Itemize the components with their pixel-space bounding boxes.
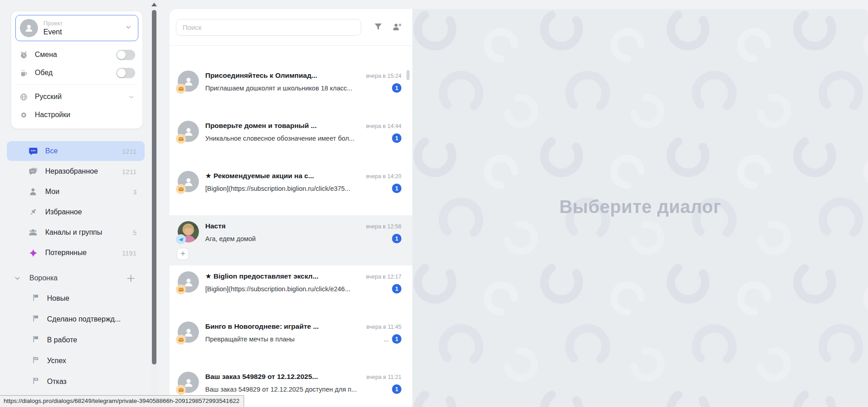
shift-row: Смена	[15, 46, 138, 64]
lunch-toggle[interactable]	[116, 68, 135, 78]
chat-list-item[interactable]: Проверьте домен и товарный ... вчера в 1…	[170, 115, 412, 165]
sidebar-nav: Все 1211 Неразобранное 1211 Мои 3 Избран…	[0, 141, 151, 392]
email-envelope-icon	[176, 284, 186, 294]
chat-title: Настя	[205, 222, 362, 230]
chat-title: Присоединяйтесь к Олимпиад...	[205, 71, 362, 80]
unread-badge: 1	[392, 284, 401, 293]
lunch-label: Обед	[35, 69, 52, 77]
project-label: Проект	[43, 20, 63, 27]
chat-list-item[interactable]: ★ Biglion предоставляет экскл... вчера в…	[170, 265, 412, 316]
chat-list-item[interactable]: Настя вчера в 12:56 Ага, едем домой 1 +	[170, 215, 412, 265]
funnel-section-header[interactable]: Воронка	[0, 268, 151, 288]
sidebar-item-mine[interactable]: Мои 3	[7, 182, 145, 202]
person-icon	[24, 23, 34, 33]
chat-title: Ваш заказ 549829 от 12.12.2025...	[205, 373, 362, 381]
chat-list-item[interactable]: ★ Рекомендуемые акции на с... вчера в 14…	[170, 165, 412, 215]
unread-badge: 1	[392, 184, 401, 193]
chat-list-column: Присоединяйтесь к Олимпиад... вчера в 15…	[170, 9, 412, 407]
sidebar-item-favorites[interactable]: Избранное	[7, 202, 145, 222]
sidebar-item-count: 1191	[122, 249, 137, 257]
chat-preview: [Biglion](https://subscription.biglion.r…	[205, 285, 389, 293]
unread-badge: 1	[392, 334, 401, 344]
filter-button[interactable]	[373, 22, 383, 32]
sidebar-item-count: 1211	[122, 168, 137, 175]
chat-bubble-icon	[28, 147, 38, 156]
funnel-stage-success[interactable]: Успех	[0, 350, 151, 371]
add-funnel-stage-button[interactable]	[126, 274, 136, 283]
chat-title: ★ Biglion предоставляет экскл...	[205, 272, 362, 280]
funnel-stage-new[interactable]: Новые	[0, 288, 151, 309]
flag-icon	[32, 314, 40, 324]
sidebar-item-lost[interactable]: Потерянные 1191	[7, 243, 145, 263]
sidebar-scrollbar[interactable]	[151, 0, 158, 407]
chat-list-header	[170, 9, 412, 46]
add-contact-icon	[392, 22, 402, 32]
chat-preview: Ваш заказ 549829 от 12.12.2025 доступен …	[205, 386, 389, 393]
chat-time: вчера в 15:24	[366, 73, 401, 79]
chat-list-item[interactable]: Бинго в Новогодневе: играйте ... вчера в…	[170, 316, 412, 366]
main-area: Присоединяйтесь к Олимпиад... вчера в 15…	[170, 9, 868, 407]
person-icon	[28, 187, 38, 196]
chat-time: вчера в 14:20	[366, 173, 401, 180]
chats-icon	[28, 167, 38, 176]
sparkle-icon	[28, 248, 38, 258]
sidebar-item-label: Избранное	[45, 208, 82, 216]
sidebar-item-label: Все	[45, 147, 58, 155]
people-icon	[28, 227, 38, 237]
sidebar-item-all[interactable]: Все 1211	[7, 141, 145, 161]
cup-icon	[19, 69, 28, 77]
add-to-funnel-button[interactable]: +	[177, 248, 189, 260]
chat-preview: Ага, едем домой	[205, 235, 389, 242]
empty-state-text: Выберите диалог	[412, 197, 868, 217]
chat-preview: [Biglion](https://subscription.biglion.r…	[205, 185, 389, 192]
chat-time: вчера в 14:44	[366, 123, 401, 129]
shift-toggle[interactable]	[116, 50, 135, 60]
sidebar-item-count: 5	[133, 229, 137, 237]
unread-badge: 1	[392, 234, 401, 243]
sidebar-item-unsorted[interactable]: Неразобранное 1211	[7, 161, 145, 181]
flag-icon	[32, 293, 40, 303]
chat-list-item[interactable]: Присоединяйтесь к Олимпиад... вчера в 15…	[170, 65, 412, 115]
sidebar: Проект Event Смена Обед	[0, 0, 151, 407]
email-envelope-icon	[176, 184, 186, 194]
chat-preview: Превращайте мечты в планы	[205, 336, 381, 343]
avatar	[178, 271, 199, 293]
search-input[interactable]	[176, 19, 361, 36]
sidebar-item-channels-groups[interactable]: Каналы и группы 5	[7, 222, 145, 242]
scrollbar-up-arrow[interactable]	[151, 3, 157, 6]
language-selector[interactable]: Русский	[15, 88, 138, 106]
avatar	[178, 322, 199, 343]
pin-icon	[28, 208, 38, 217]
flag-icon	[32, 335, 40, 345]
chat-title: Бинго в Новогодневе: играйте ...	[205, 322, 362, 331]
chat-title: Проверьте домен и товарный ...	[205, 122, 362, 130]
chevron-down-icon[interactable]	[14, 274, 21, 282]
funnel-stage-confirmed[interactable]: Сделано подтвержд...	[0, 309, 151, 330]
gear-icon	[19, 111, 28, 119]
settings-row[interactable]: Настройки	[15, 106, 138, 124]
unread-badge: 1	[392, 384, 401, 394]
avatar	[178, 71, 199, 92]
chat-time: вчера в 11:45	[367, 324, 401, 330]
clock-icon	[19, 51, 28, 59]
flag-check-icon	[32, 356, 40, 366]
sidebar-item-label: Мои	[45, 188, 59, 196]
funnel-stage-rejected[interactable]: Отказ	[0, 371, 151, 392]
avatar	[178, 121, 199, 142]
chat-time: вчера в 11:21	[367, 374, 401, 380]
sidebar-item-label: Неразобранное	[45, 167, 98, 175]
project-selector[interactable]: Проект Event	[15, 15, 138, 41]
email-envelope-icon	[176, 84, 186, 94]
status-url-tooltip: https://dialogs.pro/dialogs/68249/telegr…	[0, 395, 244, 407]
email-envelope-icon	[176, 335, 186, 345]
add-contact-button[interactable]	[392, 22, 402, 32]
funnel-stage-in-progress[interactable]: В работе	[0, 330, 151, 350]
scrollbar-thumb[interactable]	[152, 10, 156, 364]
funnel-title: Воронка	[29, 274, 57, 282]
chat-list-scrollbar-thumb[interactable]	[406, 70, 410, 80]
shift-label: Смена	[35, 51, 57, 59]
sidebar-item-count: 1211	[122, 147, 137, 155]
chat-preview-ellipsis: ...	[383, 336, 389, 343]
unread-badge: 1	[392, 83, 401, 93]
lunch-row: Обед	[15, 64, 138, 82]
